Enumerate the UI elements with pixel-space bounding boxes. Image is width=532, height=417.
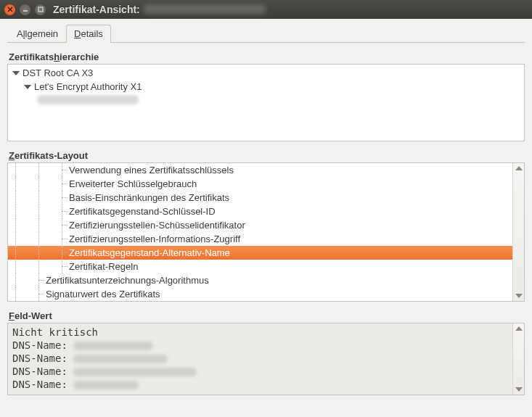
hierarchy-panel[interactable]: DST Root CA X3 Let's Encrypt Authority X… xyxy=(7,64,525,141)
scroll-up-icon xyxy=(515,326,523,331)
layout-panel: Verwendung eines ZertifikatsschlüsselsEr… xyxy=(7,162,525,302)
layout-tree-item-label: Zertifizierungsstellen-Schüsselidentifik… xyxy=(69,220,245,231)
fieldvalue-text: Nicht kritisch DNS-Name: DNS-Name: DNS-N… xyxy=(12,326,511,392)
tab-general[interactable]: Allgemein xyxy=(9,25,66,43)
chevron-down-icon xyxy=(12,71,20,75)
layout-tree-row[interactable]: Zertifikatsunterzeichnungs-Algorithmus xyxy=(8,273,512,287)
layout-tree-item-label: Zertifikat-Regeln xyxy=(69,261,138,272)
svg-rect-0 xyxy=(38,7,43,12)
layout-tree-row[interactable]: Zertifizierungsstellen-Schüsselidentifik… xyxy=(8,218,512,232)
hierarchy-label: Zertifikatshierarchie xyxy=(9,51,525,62)
scroll-up-icon xyxy=(515,166,523,170)
layout-label: Zertifikats-Layout xyxy=(9,150,525,161)
layout-tree-item-label: Verwendung eines Zertifikatsschlüssels xyxy=(69,165,234,176)
layout-tree-row[interactable]: Signaturwert des Zertifikats xyxy=(8,287,512,301)
fieldvalue-line: DNS-Name: xyxy=(12,352,511,365)
layout-tree-item-label: Zertifikatsgegenstand-Schlüssel-ID xyxy=(69,206,216,217)
layout-tree-item-label: Signaturwert des Zertifikats xyxy=(46,289,160,300)
scroll-down-icon xyxy=(515,294,523,298)
fieldvalue-line: DNS-Name: xyxy=(12,365,511,378)
hierarchy-row-leaf[interactable] xyxy=(8,94,524,106)
fieldvalue-line: DNS-Name: xyxy=(12,339,511,352)
hierarchy-item-label: Let's Encrypt Authority X1 xyxy=(34,81,142,92)
fieldvalue-panel[interactable]: Nicht kritisch DNS-Name: DNS-Name: DNS-N… xyxy=(7,323,525,395)
layout-tree-row[interactable]: Zertifikat-Regeln xyxy=(8,260,512,273)
window-close-button[interactable] xyxy=(4,4,15,15)
window-titlebar: Zertifikat-Ansicht: xyxy=(0,0,532,19)
layout-tree-item-label: Zertifizierungsstellen-Informations-Zugr… xyxy=(69,234,240,244)
window-title: Zertifikat-Ansicht: xyxy=(53,4,140,15)
layout-tree-item-label: Zertifikatsgegenstand-Alternativ-Name xyxy=(69,247,230,258)
layout-scrollbar[interactable] xyxy=(512,163,524,301)
window-maximize-button[interactable] xyxy=(35,4,46,15)
window-title-redacted xyxy=(143,4,266,15)
layout-tree-item-label: Erweiterter Schlüsselgebrauch xyxy=(69,178,197,189)
layout-tree-row[interactable]: Zertifikatsgegenstand-Schlüssel-ID xyxy=(8,205,512,218)
layout-tree-item-label: Zertifikatsunterzeichnungs-Algorithmus xyxy=(46,275,209,286)
tab-bar: Allgemein Details xyxy=(7,25,525,43)
hierarchy-item-label: DST Root CA X3 xyxy=(22,67,93,78)
layout-tree-row[interactable]: Verwendung eines Zertifikatsschlüssels xyxy=(8,163,512,177)
hierarchy-row-intermediate[interactable]: Let's Encrypt Authority X1 xyxy=(8,80,524,94)
tab-details[interactable]: Details xyxy=(66,25,111,43)
layout-tree-row[interactable]: Erweiterter Schlüsselgebrauch xyxy=(8,177,512,191)
fieldvalue-scrollbar[interactable] xyxy=(512,323,524,395)
fieldvalue-line: Nicht kritisch xyxy=(12,326,511,339)
scroll-down-icon xyxy=(515,387,523,392)
layout-tree-row[interactable]: Zertifikatsgegenstand-Alternativ-Name xyxy=(8,246,512,260)
hierarchy-row-root[interactable]: DST Root CA X3 xyxy=(8,66,524,80)
layout-tree[interactable]: Verwendung eines ZertifikatsschlüsselsEr… xyxy=(8,163,512,301)
layout-tree-item-label: Basis-Einschränkungen des Zertifikats xyxy=(69,192,229,203)
hierarchy-item-redacted xyxy=(37,95,139,104)
window-minimize-button[interactable] xyxy=(20,4,30,15)
fieldvalue-label: Feld-Wert xyxy=(9,310,525,321)
chevron-down-icon xyxy=(24,85,31,89)
fieldvalue-line: DNS-Name: xyxy=(12,378,511,391)
layout-tree-row[interactable]: Basis-Einschränkungen des Zertifikats xyxy=(8,191,512,205)
layout-tree-row[interactable]: Zertifizierungsstellen-Informations-Zugr… xyxy=(8,232,512,246)
